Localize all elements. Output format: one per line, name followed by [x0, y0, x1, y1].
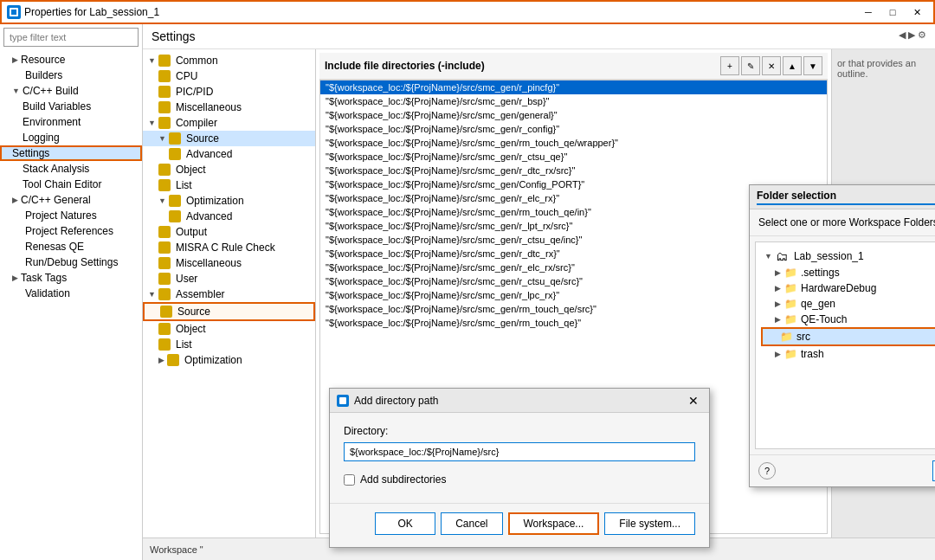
- filter-input[interactable]: [3, 28, 139, 47]
- include-item-6[interactable]: "${workspace_loc:/${ProjName}/src/smc_ge…: [320, 164, 827, 177]
- add-dir-ok-button[interactable]: OK: [375, 512, 435, 535]
- settings-icon: [158, 241, 171, 254]
- tree-item-common[interactable]: ▼ Common: [143, 53, 315, 68]
- settings-icon: [169, 132, 181, 145]
- add-dir-cancel-button[interactable]: Cancel: [441, 512, 502, 535]
- folder-icon: 📁: [784, 267, 797, 279]
- include-title: Include file directories (-include): [325, 60, 485, 72]
- directory-input[interactable]: [344, 442, 695, 461]
- app-icon: [7, 5, 21, 19]
- right-settings-panel: Settings ◀ ▶ ⚙ ▼ Common CPU: [143, 24, 935, 560]
- delete-include-button[interactable]: ✕: [762, 56, 781, 75]
- settings-icon: [158, 323, 171, 335]
- sidebar-item-logging[interactable]: Logging: [0, 130, 142, 145]
- folder-item-src[interactable]: 📁 src: [761, 327, 935, 346]
- tree-item-compiler-source[interactable]: ▼ Source: [143, 131, 315, 146]
- folder-item-root[interactable]: ▼ 🗂 Lab_session_1: [761, 248, 935, 265]
- help-button[interactable]: ?: [758, 462, 776, 480]
- sidebar-item-label: Task Tags: [21, 272, 67, 284]
- include-item-3[interactable]: "${workspace_loc:/${ProjName}/src/smc_ge…: [320, 122, 827, 136]
- sidebar-item-validation[interactable]: Validation: [0, 286, 142, 301]
- tree-item-cpu[interactable]: CPU: [143, 68, 315, 84]
- sidebar-item-build-variables[interactable]: Build Variables: [0, 99, 142, 114]
- sidebar-item-settings[interactable]: Settings: [0, 145, 142, 161]
- tree-item-assembler-source[interactable]: Source: [143, 302, 315, 321]
- sidebar-item-stack-analysis[interactable]: Stack Analysis: [0, 161, 142, 177]
- sidebar-item-label: Project References: [25, 225, 113, 237]
- tree-item-assembler-opt[interactable]: ▶ Optimization: [143, 352, 315, 368]
- include-item-0[interactable]: "${workspace_loc:/${ProjName}/src/smc_ge…: [320, 80, 827, 94]
- sidebar-item-label: C/C++ General: [21, 194, 91, 206]
- tree-item-optimization[interactable]: ▼ Optimization: [143, 193, 315, 209]
- include-item-1[interactable]: "${workspace_loc:/${ProjName}/src/smc_ge…: [320, 94, 827, 108]
- nav-back-button[interactable]: ◀ ▶ ⚙: [899, 29, 926, 41]
- include-item-4[interactable]: "${workspace_loc:/${ProjName}/src/smc_ge…: [320, 136, 827, 150]
- settings-icon: [158, 164, 171, 176]
- sidebar-item-run-debug[interactable]: Run/Debug Settings: [0, 254, 142, 270]
- sidebar-item-label: Run/Debug Settings: [25, 256, 118, 268]
- workspace-button[interactable]: Workspace...: [508, 512, 600, 535]
- settings-icon: [167, 354, 179, 366]
- tree-item-assembler-object[interactable]: Object: [143, 321, 315, 337]
- move-down-button[interactable]: ▼: [803, 56, 822, 75]
- move-up-button[interactable]: ▲: [783, 56, 802, 75]
- tree-item-optimization-advanced[interactable]: Advanced: [143, 209, 315, 224]
- add-dir-icon: [337, 395, 349, 407]
- file-system-button[interactable]: File system...: [604, 512, 695, 535]
- tree-item-miscellaneous[interactable]: Miscellaneous: [143, 100, 315, 115]
- sidebar-item-resource[interactable]: ▶ Resource: [0, 52, 142, 68]
- tree-item-picpid[interactable]: PIC/PID: [143, 84, 315, 100]
- folder-item-hardwaredebug[interactable]: ▶ 📁 HardwareDebug: [761, 280, 935, 296]
- settings-tree: ▼ Common CPU PIC/PID Miscellaneous: [143, 49, 316, 537]
- settings-icon: [158, 117, 171, 129]
- sidebar-item-renesas-qe[interactable]: Renesas QE: [0, 239, 142, 254]
- tree-item-user[interactable]: User: [143, 271, 315, 286]
- sidebar-item-label: Tool Chain Editor: [23, 178, 101, 190]
- folder-item-settings[interactable]: ▶ 📁 .settings: [761, 265, 935, 280]
- expand-arrow: ▶: [12, 274, 18, 282]
- sidebar-item-label: Resource: [21, 54, 65, 66]
- folder-ok-button[interactable]: OK: [932, 460, 935, 481]
- include-item-2[interactable]: "${workspace_loc:/${ProjName}/src/smc_ge…: [320, 108, 827, 122]
- sidebar-item-label: Settings: [12, 147, 49, 159]
- folder-item-qe-touch[interactable]: ▶ 📁 QE-Touch: [761, 312, 935, 327]
- minimize-button[interactable]: ─: [857, 3, 880, 22]
- add-subdirectories-label: Add subdirectories: [360, 473, 446, 486]
- tree-item-assembler[interactable]: ▼ Assembler: [143, 286, 315, 302]
- include-item-5[interactable]: "${workspace_loc:/${ProjName}/src/smc_ge…: [320, 150, 827, 164]
- settings-icon: [158, 288, 171, 300]
- include-toolbar: + ✎ ✕ ▲ ▼: [720, 56, 822, 75]
- checkbox-row: Add subdirectories: [344, 473, 695, 486]
- tree-item-misra[interactable]: MISRA C Rule Check: [143, 240, 315, 255]
- settings-header: Settings ◀ ▶ ⚙: [143, 24, 935, 49]
- svg-rect-1: [11, 10, 16, 15]
- tree-item-compiler[interactable]: ▼ Compiler: [143, 115, 315, 131]
- nav-tree: ▶ Resource Builders ▼ C/C++ Build Build …: [0, 50, 142, 560]
- folder-item-qe-gen[interactable]: ▶ 📁 qe_gen: [761, 296, 935, 312]
- tree-item-compiler-list[interactable]: List: [143, 177, 315, 193]
- sidebar-item-project-references[interactable]: Project References: [0, 223, 142, 239]
- folder-dialog-title-bar: Folder selection ─ □ ✕: [750, 185, 935, 209]
- sidebar-item-environment[interactable]: Environment: [0, 114, 142, 130]
- edit-include-button[interactable]: ✎: [741, 56, 760, 75]
- maximize-button[interactable]: □: [881, 3, 904, 22]
- add-subdirectories-checkbox[interactable]: [344, 474, 355, 486]
- sidebar-item-builders[interactable]: Builders: [0, 68, 142, 83]
- tree-item-assembler-list[interactable]: List: [143, 337, 315, 352]
- folder-item-trash[interactable]: ▶ 📁 trash: [761, 346, 935, 362]
- tree-item-compiler-misc[interactable]: Miscellaneous: [143, 255, 315, 271]
- sidebar-item-toolchain-editor[interactable]: Tool Chain Editor: [0, 177, 142, 192]
- sidebar-item-cppbuild[interactable]: ▼ C/C++ Build: [0, 83, 142, 99]
- sidebar-item-task-tags[interactable]: ▶ Task Tags: [0, 270, 142, 286]
- add-include-button[interactable]: +: [720, 56, 739, 75]
- sidebar-item-project-natures[interactable]: Project Natures: [0, 208, 142, 223]
- settings-icon: [158, 179, 171, 191]
- tree-item-compiler-advanced[interactable]: Advanced: [143, 146, 315, 162]
- close-button[interactable]: ✕: [906, 3, 928, 22]
- tree-item-compiler-object[interactable]: Object: [143, 162, 315, 177]
- tree-item-output[interactable]: Output: [143, 224, 315, 240]
- add-dir-close-button[interactable]: ✕: [685, 392, 702, 409]
- sidebar-item-cpp-general[interactable]: ▶ C/C++ General: [0, 192, 142, 208]
- add-dir-body: Directory: Add subdirectories: [330, 413, 709, 498]
- sidebar-item-label: Build Variables: [23, 100, 91, 113]
